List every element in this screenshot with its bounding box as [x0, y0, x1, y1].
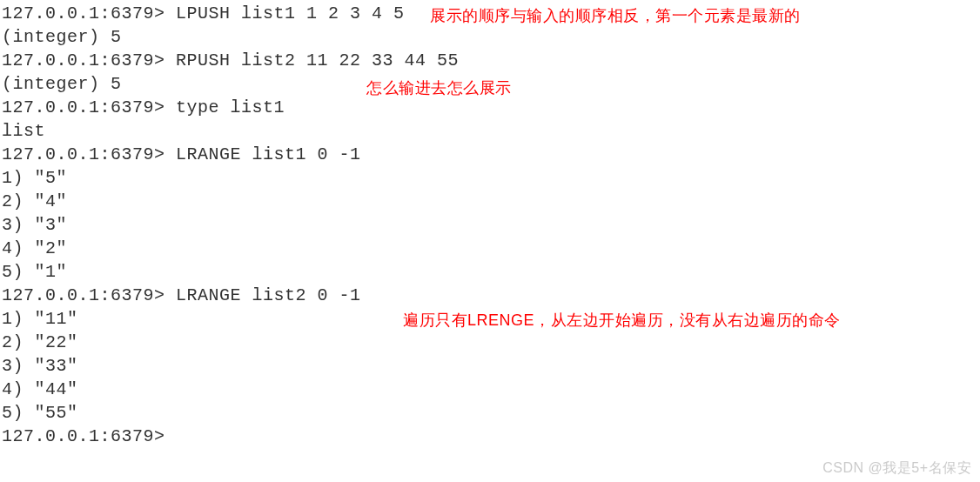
command-text: LRANGE list1 0 -1	[176, 144, 361, 164]
prompt: 127.0.0.1:6379>	[2, 285, 176, 305]
watermark: CSDN @我是5+名保安	[822, 459, 971, 478]
command-text: RPUSH list2 11 22 33 44 55	[176, 50, 459, 70]
prompt: 127.0.0.1:6379>	[2, 144, 176, 164]
terminal-output: 5) "55"	[2, 401, 978, 425]
terminal-output: list	[2, 119, 978, 143]
terminal-line: 127.0.0.1:6379> RPUSH list2 11 22 33 44 …	[2, 49, 978, 72]
terminal-output: 2) "22"	[2, 331, 978, 354]
prompt: 127.0.0.1:6379>	[2, 97, 176, 117]
terminal-line: 127.0.0.1:6379> LRANGE list1 0 -1	[2, 143, 978, 166]
annotation-lrange-note: 遍历只有LRENGE，从左边开始遍历，没有从右边遍历的命令	[403, 310, 841, 331]
terminal-output: 3) "33"	[2, 354, 978, 378]
command-text: type list1	[176, 97, 285, 117]
command-text: LPUSH list1 1 2 3 4 5	[176, 3, 405, 23]
terminal-output: 1) "5"	[2, 166, 978, 190]
prompt: 127.0.0.1:6379>	[2, 3, 176, 23]
terminal-output: 3) "3"	[2, 213, 978, 237]
command-text: LRANGE list2 0 -1	[176, 285, 361, 305]
terminal-output: 4) "2"	[2, 237, 978, 260]
terminal-line: 127.0.0.1:6379> type list1	[2, 96, 978, 119]
terminal-line[interactable]: 127.0.0.1:6379>	[2, 425, 978, 448]
terminal-output: (integer) 5	[2, 25, 978, 49]
terminal-line: 127.0.0.1:6379> LRANGE list2 0 -1	[2, 284, 978, 307]
annotation-rpush-note: 怎么输进去怎么展示	[366, 77, 512, 98]
terminal-output: 5) "1"	[2, 260, 978, 284]
prompt: 127.0.0.1:6379>	[2, 50, 176, 70]
annotation-lpush-note: 展示的顺序与输入的顺序相反，第一个元素是最新的	[430, 5, 801, 26]
terminal-output: 2) "4"	[2, 190, 978, 213]
prompt: 127.0.0.1:6379>	[2, 426, 165, 446]
terminal-output: 4) "44"	[2, 378, 978, 401]
